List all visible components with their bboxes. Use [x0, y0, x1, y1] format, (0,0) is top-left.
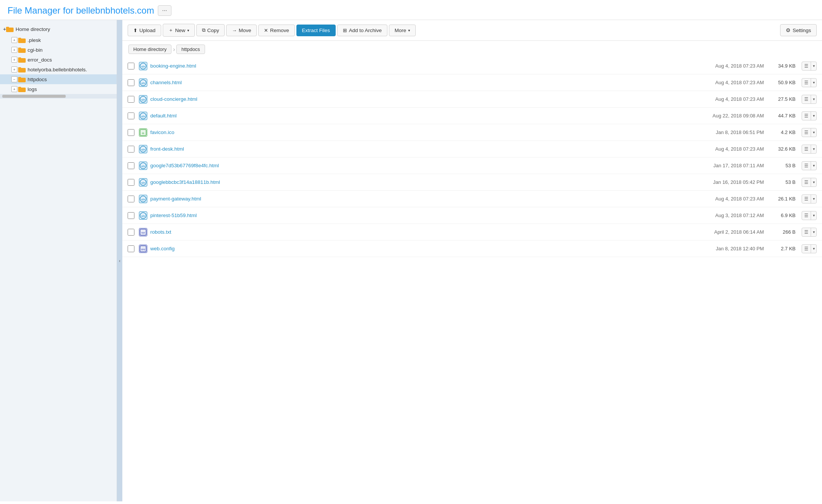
file-menu-arrow-2[interactable]: ▾ [811, 79, 817, 86]
file-menu-lines-12[interactable]: ☰ [802, 245, 811, 253]
table-row: </> pinterest-51b59.html Aug 3, 2018 07:… [122, 207, 822, 224]
move-button[interactable]: → Move [226, 25, 257, 36]
file-menu-btn-10[interactable]: ☰ ▾ [802, 211, 817, 220]
file-name-1[interactable]: booking-engine.html [150, 63, 696, 69]
file-menu-btn-8[interactable]: ☰ ▾ [802, 178, 817, 187]
file-menu-lines-3[interactable]: ☰ [802, 95, 811, 103]
file-name-3[interactable]: cloud-concierge.html [150, 96, 696, 102]
sidebar-expand-plesk[interactable]: + [11, 37, 17, 43]
file-menu-btn-3[interactable]: ☰ ▾ [802, 95, 817, 104]
file-menu-lines-6[interactable]: ☰ [802, 145, 811, 153]
file-menu-lines-8[interactable]: ☰ [802, 178, 811, 186]
file-menu-arrow-5[interactable]: ▾ [811, 129, 817, 136]
file-menu-btn-12[interactable]: ☰ ▾ [802, 244, 817, 253]
extract-files-button[interactable]: Extract Files [296, 25, 336, 36]
file-size-9: 26.1 KB [771, 196, 802, 202]
file-menu-arrow-10[interactable]: ▾ [811, 212, 817, 219]
app-more-button[interactable]: ··· [158, 5, 171, 16]
sidebar-item-httpdocs[interactable]: −httpdocs [0, 74, 117, 84]
sidebar: + Home directory +.plesk+cgi-bin+error_d… [0, 20, 117, 501]
file-menu-arrow-7[interactable]: ▾ [811, 162, 817, 169]
file-menu-arrow-1[interactable]: ▾ [811, 62, 817, 69]
file-name-4[interactable]: default.html [150, 113, 696, 119]
file-menu-arrow-9[interactable]: ▾ [811, 195, 817, 202]
breadcrumb-home[interactable]: Home directory [128, 45, 171, 54]
file-name-12[interactable]: web.config [150, 246, 696, 251]
file-checkbox-5[interactable] [128, 129, 134, 136]
more-button[interactable]: More ▾ [389, 25, 416, 36]
sidebar-expand-hotelyorba[interactable]: + [11, 66, 17, 72]
file-name-11[interactable]: robots.txt [150, 229, 696, 235]
file-menu-lines-1[interactable]: ☰ [802, 62, 811, 70]
file-name-8[interactable]: googlebbcbc3f14a18811b.html [150, 179, 696, 185]
file-menu-btn-11[interactable]: ☰ ▾ [802, 228, 817, 237]
file-checkbox-2[interactable] [128, 79, 134, 86]
file-checkbox-9[interactable] [128, 196, 134, 202]
upload-button[interactable]: ⬆ Upload [128, 25, 161, 36]
file-checkbox-6[interactable] [128, 146, 134, 153]
file-checkbox-11[interactable] [128, 229, 134, 236]
new-button[interactable]: ＋ New ▾ [163, 24, 195, 37]
file-checkbox-8[interactable] [128, 179, 134, 186]
file-menu-arrow-6[interactable]: ▾ [811, 145, 817, 153]
file-checkbox-7[interactable] [128, 162, 134, 169]
file-menu-lines-4[interactable]: ☰ [802, 112, 811, 120]
file-menu-btn-9[interactable]: ☰ ▾ [802, 194, 817, 203]
settings-button[interactable]: ⚙ Settings [780, 24, 817, 36]
sidebar-hscroll[interactable] [0, 94, 117, 99]
table-row: </> googlebbcbc3f14a18811b.html Jan 16, … [122, 174, 822, 191]
file-date-4: Aug 22, 2018 09:08 AM [696, 113, 771, 119]
sidebar-expand-logs[interactable]: + [11, 86, 17, 92]
file-checkbox-10[interactable] [128, 212, 134, 219]
copy-button[interactable]: ⧉ Copy [196, 24, 225, 36]
file-name-6[interactable]: front-desk.html [150, 146, 696, 152]
file-menu-btn-4[interactable]: ☰ ▾ [802, 111, 817, 120]
file-menu-arrow-3[interactable]: ▾ [811, 96, 817, 103]
file-menu-lines-2[interactable]: ☰ [802, 79, 811, 87]
file-checkbox-4[interactable] [128, 113, 134, 119]
sidebar-item-cgi-bin[interactable]: +cgi-bin [0, 45, 117, 55]
sidebar-item-error_docs[interactable]: +error_docs [0, 55, 117, 65]
file-menu-btn-1[interactable]: ☰ ▾ [802, 62, 817, 71]
file-menu-arrow-11[interactable]: ▾ [811, 228, 817, 236]
file-checkbox-1[interactable] [128, 63, 134, 69]
remove-button[interactable]: ✕ Remove [258, 25, 295, 36]
sidebar-label-plesk: .plesk [28, 37, 41, 43]
sidebar-root[interactable]: + Home directory [0, 23, 117, 35]
file-name-9[interactable]: payment-gateway.html [150, 196, 696, 202]
file-size-8: 53 B [771, 179, 802, 185]
new-label: New [175, 28, 185, 33]
file-checkbox-3[interactable] [128, 96, 134, 103]
file-menu-arrow-12[interactable]: ▾ [811, 245, 817, 252]
add-to-archive-button[interactable]: ⊞ Add to Archive [337, 25, 387, 36]
file-name-7[interactable]: google7d53b67769f8e4fc.html [150, 163, 696, 168]
file-name-5[interactable]: favicon.ico [150, 129, 696, 135]
file-menu-lines-11[interactable]: ☰ [802, 228, 811, 236]
file-menu-btn-7[interactable]: ☰ ▾ [802, 161, 817, 170]
svg-text:</>: </> [141, 148, 145, 151]
file-menu-lines-9[interactable]: ☰ [802, 195, 811, 203]
file-menu-btn-2[interactable]: ☰ ▾ [802, 78, 817, 87]
sidebar-expand-httpdocs[interactable]: − [11, 76, 17, 82]
collapse-handle[interactable]: ‹ [117, 20, 122, 501]
root-expand-icon[interactable]: + [3, 26, 6, 32]
sidebar-expand-cgi-bin[interactable]: + [11, 47, 17, 53]
file-menu-arrow-4[interactable]: ▾ [811, 112, 817, 119]
file-menu-lines-5[interactable]: ☰ [802, 128, 811, 137]
sidebar-expand-error_docs[interactable]: + [11, 57, 17, 63]
file-menu-lines-10[interactable]: ☰ [802, 211, 811, 220]
sidebar-item-plesk[interactable]: +.plesk [0, 35, 117, 45]
breadcrumb-current[interactable]: httpdocs [176, 45, 205, 54]
file-menu-lines-7[interactable]: ☰ [802, 162, 811, 170]
sidebar-item-hotelyorba[interactable]: +hotelyorba.bellebnbhotels. [0, 65, 117, 74]
file-menu-btn-6[interactable]: ☰ ▾ [802, 145, 817, 154]
file-name-2[interactable]: channels.html [150, 80, 696, 85]
file-menu-arrow-8[interactable]: ▾ [811, 179, 817, 186]
app-header: File Manager for bellebnbhotels.com ··· [0, 0, 822, 20]
file-name-10[interactable]: pinterest-51b59.html [150, 213, 696, 218]
sidebar-item-logs[interactable]: +logs [0, 84, 117, 94]
svg-text:</>: </> [141, 165, 145, 168]
file-checkbox-12[interactable] [128, 245, 134, 252]
file-menu-btn-5[interactable]: ☰ ▾ [802, 128, 817, 137]
svg-text:TXT: TXT [141, 232, 145, 234]
